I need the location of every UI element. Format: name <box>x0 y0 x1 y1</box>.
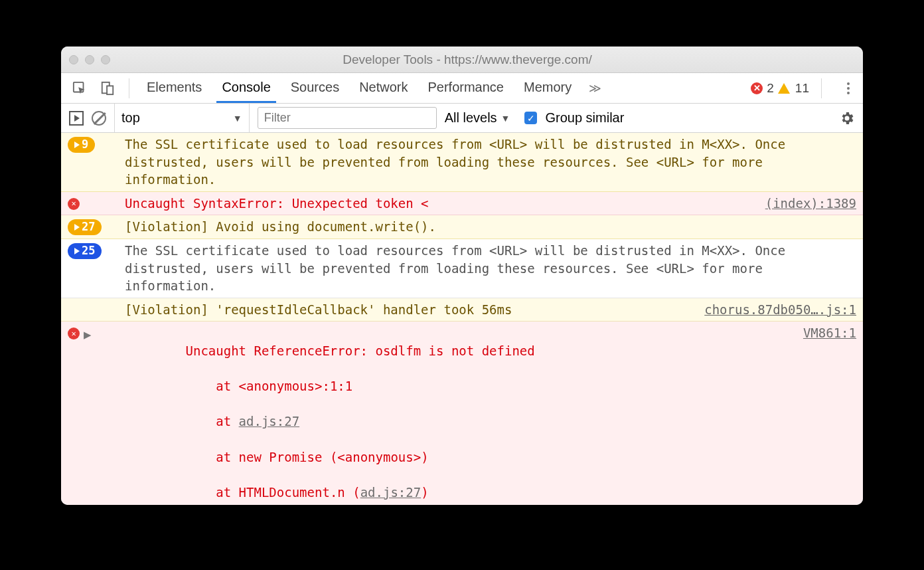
error-icon: ✕ <box>751 82 763 94</box>
more-tabs-icon[interactable]: ≫ <box>589 81 601 96</box>
group-count-pill[interactable]: 9 <box>68 137 95 153</box>
tab-sources[interactable]: Sources <box>285 73 345 103</box>
console-row[interactable]: ✕ Uncaught SyntaxError: Unexpected token… <box>61 192 863 216</box>
console-row[interactable]: ✕▶ Uncaught ReferenceError: osdlfm is no… <box>61 322 863 505</box>
settings-icon[interactable] <box>839 110 855 126</box>
tab-performance[interactable]: Performance <box>423 73 510 103</box>
console-toolbar: top ▼ All levels ▼ ✓ Group similar <box>61 104 863 133</box>
group-similar-label: Group similar <box>545 110 624 126</box>
source-link[interactable]: ad.js:27 <box>360 485 422 500</box>
source-link[interactable]: VM861:1 <box>803 324 856 505</box>
tab-memory[interactable]: Memory <box>518 73 577 103</box>
tab-console[interactable]: Console <box>216 73 275 103</box>
panel-tabs: Elements Console Sources Network Perform… <box>61 73 863 104</box>
divider <box>821 78 822 98</box>
divider <box>129 78 129 98</box>
zoom-icon[interactable] <box>101 55 110 64</box>
console-messages[interactable]: 9 The SSL certificate used to load resou… <box>61 133 863 505</box>
message-text: [Violation] 'requestIdleCallback' handle… <box>125 301 698 319</box>
titlebar: Developer Tools - https://www.theverge.c… <box>61 47 863 73</box>
console-row[interactable]: 27 [Violation] Avoid using document.writ… <box>61 215 863 239</box>
minimize-icon[interactable] <box>85 55 94 64</box>
source-link[interactable]: (index):1389 <box>765 195 856 213</box>
log-level-value: All levels <box>445 110 497 126</box>
toggle-sidebar-icon[interactable] <box>69 111 84 126</box>
error-icon: ✕ <box>68 198 80 210</box>
error-count: 2 <box>767 81 774 96</box>
log-level-selector[interactable]: All levels ▼ <box>445 110 510 126</box>
tab-network[interactable]: Network <box>354 73 413 103</box>
expand-icon[interactable]: ▶ <box>84 326 91 343</box>
context-value: top <box>121 110 140 126</box>
warning-icon <box>778 83 790 94</box>
warning-count: 11 <box>795 81 809 96</box>
svg-rect-2 <box>107 86 113 94</box>
group-similar-checkbox[interactable]: ✓ <box>524 112 537 124</box>
error-icon: ✕ <box>68 328 80 339</box>
issue-counts[interactable]: ✕ 2 11 <box>751 81 809 96</box>
filter-input[interactable] <box>258 107 437 129</box>
close-icon[interactable] <box>69 55 78 64</box>
source-link[interactable]: ad.js:27 <box>239 414 300 428</box>
group-count-pill[interactable]: 25 <box>68 243 102 259</box>
message-text: The SSL certificate used to load resourc… <box>125 136 856 189</box>
context-selector[interactable]: top ▼ <box>114 104 250 132</box>
inspect-icon[interactable] <box>70 79 89 98</box>
group-count-pill[interactable]: 27 <box>68 219 102 235</box>
chevron-down-icon: ▼ <box>501 113 510 124</box>
message-text: [Violation] Avoid using document.write()… <box>125 218 856 236</box>
source-link[interactable]: chorus.87db050….js:1 <box>704 301 856 319</box>
traffic-lights[interactable] <box>69 55 110 64</box>
window-title: Developer Tools - https://www.theverge.c… <box>119 52 855 67</box>
device-toolbar-icon[interactable] <box>98 79 117 98</box>
clear-console-icon[interactable] <box>92 111 106 126</box>
message-text: Uncaught ReferenceError: osdlfm is not d… <box>125 324 797 505</box>
message-text: Uncaught SyntaxError: Unexpected token < <box>125 195 759 213</box>
console-row[interactable]: [Violation] 'requestIdleCallback' handle… <box>61 298 863 322</box>
tab-elements[interactable]: Elements <box>141 73 207 103</box>
more-menu-icon[interactable] <box>840 82 856 94</box>
chevron-down-icon: ▼ <box>233 113 242 124</box>
console-row[interactable]: 9 The SSL certificate used to load resou… <box>61 133 863 192</box>
message-text: The SSL certificate used to load resourc… <box>125 242 856 295</box>
devtools-window: Developer Tools - https://www.theverge.c… <box>61 47 863 505</box>
console-row[interactable]: 25 The SSL certificate used to load reso… <box>61 239 863 298</box>
